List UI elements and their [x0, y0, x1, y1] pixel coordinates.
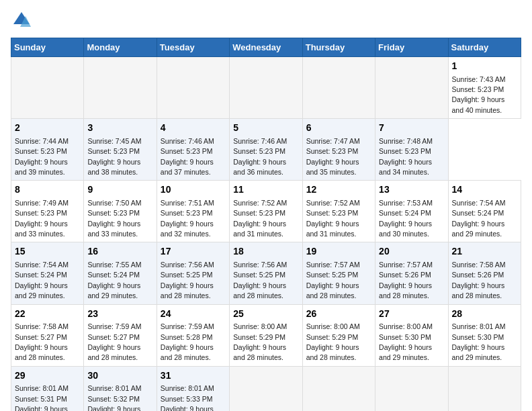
header-sunday: Sunday: [11, 38, 84, 57]
day-cell-3: 3Sunrise: 7:45 AMSunset: 5:23 PMDaylight…: [84, 119, 157, 181]
day-info: Sunrise: 7:44 AMSunset: 5:23 PMDaylight:…: [15, 137, 69, 176]
calendar-week-4: 22Sunrise: 7:58 AMSunset: 5:27 PMDayligh…: [11, 304, 521, 366]
day-cell-18: 18Sunrise: 7:56 AMSunset: 5:25 PMDayligh…: [230, 242, 302, 304]
day-cell-12: 12Sunrise: 7:52 AMSunset: 5:23 PMDayligh…: [302, 181, 375, 242]
day-number: 6: [306, 122, 371, 135]
day-cell-6: 6Sunrise: 7:47 AMSunset: 5:23 PMDaylight…: [302, 119, 375, 181]
day-number: 4: [161, 122, 226, 135]
day-number: 29: [15, 369, 80, 383]
empty-cell: [302, 57, 375, 119]
day-cell-1: 1Sunrise: 7:43 AMSunset: 5:23 PMDaylight…: [448, 57, 521, 119]
day-info: Sunrise: 7:51 AMSunset: 5:23 PMDaylight:…: [161, 199, 214, 238]
day-cell-21: 21Sunrise: 7:58 AMSunset: 5:26 PMDayligh…: [448, 242, 521, 304]
day-number: 11: [233, 183, 298, 197]
day-cell-16: 16Sunrise: 7:55 AMSunset: 5:24 PMDayligh…: [84, 242, 157, 304]
day-info: Sunrise: 8:00 AMSunset: 5:29 PMDaylight:…: [306, 322, 360, 361]
day-cell-7: 7Sunrise: 7:48 AMSunset: 5:23 PMDaylight…: [375, 119, 448, 181]
day-cell-19: 19Sunrise: 7:57 AMSunset: 5:25 PMDayligh…: [302, 242, 375, 304]
day-info: Sunrise: 7:54 AMSunset: 5:24 PMDaylight:…: [452, 199, 506, 238]
day-number: 28: [452, 308, 517, 321]
header-saturday: Saturday: [448, 38, 521, 57]
day-number: 15: [15, 245, 80, 259]
day-cell-20: 20Sunrise: 7:57 AMSunset: 5:26 PMDayligh…: [375, 242, 448, 304]
day-cell-9: 9Sunrise: 7:50 AMSunset: 5:23 PMDaylight…: [84, 181, 157, 242]
calendar-table: SundayMondayTuesdayWednesdayThursdayFrid…: [11, 38, 521, 411]
day-info: Sunrise: 8:00 AMSunset: 5:29 PMDaylight:…: [233, 322, 287, 361]
day-number: 20: [379, 245, 444, 259]
day-cell-11: 11Sunrise: 7:52 AMSunset: 5:23 PMDayligh…: [230, 181, 302, 242]
day-info: Sunrise: 8:01 AMSunset: 5:31 PMDaylight:…: [15, 384, 69, 411]
day-info: Sunrise: 7:57 AMSunset: 5:26 PMDaylight:…: [379, 261, 433, 300]
empty-cell: [302, 366, 375, 411]
day-number: 31: [161, 369, 226, 383]
day-cell-24: 24Sunrise: 7:59 AMSunset: 5:28 PMDayligh…: [157, 304, 229, 366]
day-number: 5: [233, 122, 298, 135]
day-cell-17: 17Sunrise: 7:56 AMSunset: 5:25 PMDayligh…: [157, 242, 229, 304]
day-number: 7: [379, 122, 444, 135]
day-number: 17: [161, 245, 226, 259]
empty-cell: [157, 57, 229, 119]
calendar-week-1: 2Sunrise: 7:44 AMSunset: 5:23 PMDaylight…: [11, 119, 521, 181]
day-cell-13: 13Sunrise: 7:53 AMSunset: 5:24 PMDayligh…: [375, 181, 448, 242]
empty-cell: [11, 57, 84, 119]
day-number: 24: [161, 308, 226, 321]
empty-cell: [375, 57, 448, 119]
day-number: 19: [306, 245, 371, 259]
header-friday: Friday: [375, 38, 448, 57]
day-number: 23: [87, 308, 152, 321]
day-number: 14: [452, 183, 517, 197]
day-info: Sunrise: 7:46 AMSunset: 5:23 PMDaylight:…: [161, 137, 214, 176]
day-cell-8: 8Sunrise: 7:49 AMSunset: 5:23 PMDaylight…: [11, 181, 84, 242]
logo-icon: [12, 11, 31, 30]
logo: [11, 11, 31, 30]
day-info: Sunrise: 7:57 AMSunset: 5:25 PMDaylight:…: [306, 261, 360, 300]
day-info: Sunrise: 8:01 AMSunset: 5:30 PMDaylight:…: [452, 322, 506, 361]
day-info: Sunrise: 7:54 AMSunset: 5:24 PMDaylight:…: [15, 261, 69, 300]
day-cell-23: 23Sunrise: 7:59 AMSunset: 5:27 PMDayligh…: [84, 304, 157, 366]
day-info: Sunrise: 8:01 AMSunset: 5:33 PMDaylight:…: [161, 384, 214, 411]
day-info: Sunrise: 7:52 AMSunset: 5:23 PMDaylight:…: [306, 199, 360, 238]
day-info: Sunrise: 7:46 AMSunset: 5:23 PMDaylight:…: [233, 137, 287, 176]
day-info: Sunrise: 7:52 AMSunset: 5:23 PMDaylight:…: [233, 199, 287, 238]
day-cell-28: 28Sunrise: 8:01 AMSunset: 5:30 PMDayligh…: [448, 304, 521, 366]
day-info: Sunrise: 7:58 AMSunset: 5:27 PMDaylight:…: [15, 322, 69, 361]
day-number: 1: [452, 60, 517, 73]
day-cell-14: 14Sunrise: 7:54 AMSunset: 5:24 PMDayligh…: [448, 181, 521, 242]
day-cell-22: 22Sunrise: 7:58 AMSunset: 5:27 PMDayligh…: [11, 304, 84, 366]
day-info: Sunrise: 7:48 AMSunset: 5:23 PMDaylight:…: [379, 137, 433, 176]
header-wednesday: Wednesday: [230, 38, 302, 57]
day-info: Sunrise: 7:45 AMSunset: 5:23 PMDaylight:…: [87, 137, 141, 176]
day-number: 25: [233, 308, 298, 321]
calendar-week-2: 8Sunrise: 7:49 AMSunset: 5:23 PMDaylight…: [11, 181, 521, 242]
day-info: Sunrise: 7:47 AMSunset: 5:23 PMDaylight:…: [306, 137, 360, 176]
day-number: 22: [15, 308, 80, 321]
day-cell-29: 29Sunrise: 8:01 AMSunset: 5:31 PMDayligh…: [11, 366, 84, 411]
day-number: 13: [379, 183, 444, 197]
header-thursday: Thursday: [302, 38, 375, 57]
day-number: 3: [87, 122, 152, 135]
empty-cell: [230, 57, 302, 119]
day-info: Sunrise: 7:56 AMSunset: 5:25 PMDaylight:…: [233, 261, 287, 300]
day-cell-27: 27Sunrise: 8:00 AMSunset: 5:30 PMDayligh…: [375, 304, 448, 366]
day-number: 8: [15, 183, 80, 197]
page-header: [11, 11, 521, 30]
empty-cell: [230, 366, 302, 411]
empty-cell: [375, 366, 448, 411]
day-number: 2: [15, 122, 80, 135]
day-info: Sunrise: 7:43 AMSunset: 5:23 PMDaylight:…: [452, 75, 506, 114]
day-number: 9: [87, 183, 152, 197]
day-info: Sunrise: 8:01 AMSunset: 5:32 PMDaylight:…: [87, 384, 141, 411]
day-cell-25: 25Sunrise: 8:00 AMSunset: 5:29 PMDayligh…: [230, 304, 302, 366]
day-info: Sunrise: 7:49 AMSunset: 5:23 PMDaylight:…: [15, 199, 69, 238]
day-number: 21: [452, 245, 517, 259]
day-cell-10: 10Sunrise: 7:51 AMSunset: 5:23 PMDayligh…: [157, 181, 229, 242]
day-cell-26: 26Sunrise: 8:00 AMSunset: 5:29 PMDayligh…: [302, 304, 375, 366]
header-row: SundayMondayTuesdayWednesdayThursdayFrid…: [11, 38, 521, 57]
calendar-week-5: 29Sunrise: 8:01 AMSunset: 5:31 PMDayligh…: [11, 366, 521, 411]
day-info: Sunrise: 7:50 AMSunset: 5:23 PMDaylight:…: [87, 199, 141, 238]
day-info: Sunrise: 7:53 AMSunset: 5:24 PMDaylight:…: [379, 199, 433, 238]
day-cell-2: 2Sunrise: 7:44 AMSunset: 5:23 PMDaylight…: [11, 119, 84, 181]
day-number: 18: [233, 245, 298, 259]
day-cell-5: 5Sunrise: 7:46 AMSunset: 5:23 PMDaylight…: [230, 119, 302, 181]
day-cell-30: 30Sunrise: 8:01 AMSunset: 5:32 PMDayligh…: [84, 366, 157, 411]
